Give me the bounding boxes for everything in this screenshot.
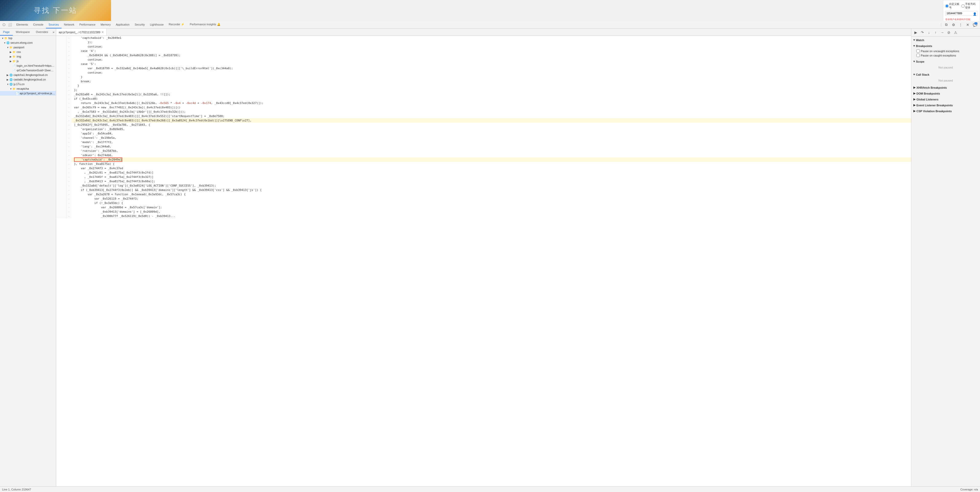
editor-tab-close[interactable]: ✕ — [101, 30, 104, 34]
line-number — [56, 175, 66, 179]
line-number — [56, 97, 66, 101]
line-code: 'model': _0x17f7f2, — [72, 140, 490, 144]
line-dash: - — [66, 75, 72, 79]
line-number — [56, 149, 66, 153]
line-number — [56, 209, 66, 214]
line-dash: - — [66, 114, 72, 118]
line-code: break; — [72, 79, 490, 83]
line-code: [_0x29562f[_0x2f5095, _0x43a786, _0x2718… — [72, 123, 490, 127]
code-container[interactable]: - 'captchaUuid': _0x2049e1- });- continu… — [56, 36, 490, 246]
tab-lighthouse[interactable]: Lighthouse — [147, 21, 166, 28]
tree-item-css[interactable]: ▶ 📁 css — [0, 50, 56, 54]
line-dash: - — [66, 127, 72, 131]
editor-tabs-bar: api.js?project_..=1702111022389 ✕ — [56, 29, 490, 36]
line-code: _0x300b77f _0x526119(_0x5d0)) - _0xb3941… — [72, 214, 490, 218]
line-code: var _0x365cf9 = new _0xc77492[(_0x243c3a… — [72, 105, 490, 110]
tab-performance-insights[interactable]: Performance insights 🔔 — [187, 21, 223, 28]
tree-item-apijs[interactable]: ▶ 📄 api.js?project_id=online.java.web — [0, 91, 56, 96]
tree-item-elong[interactable]: ▾ 🌐 secure.elong.com — [0, 40, 56, 45]
tab-sources[interactable]: Sources — [46, 21, 61, 28]
tab-application[interactable]: Application — [113, 21, 132, 28]
tree-toggle-css: ▶ — [9, 50, 12, 53]
tree-item-qrcode[interactable]: ▶ 📄 qrCode?sessionGuid=1beedb5d- — [0, 68, 56, 73]
file-icon-login: 📄 — [12, 64, 16, 67]
line-dash: - — [66, 53, 72, 58]
line-code: } — [72, 75, 490, 79]
inspect-element-button[interactable]: ⬡ — [1, 22, 6, 27]
line-number — [56, 45, 66, 49]
tree-label-top: top — [8, 37, 12, 40]
tree-item-jy17u[interactable]: ▾ 🌐 jy.17u.cn — [0, 82, 56, 86]
line-number — [56, 66, 66, 70]
sub-tab-more[interactable]: » — [51, 29, 56, 35]
line-dash: - — [66, 79, 72, 83]
tree-label-passport: passport — [14, 46, 24, 49]
tree-item-recaptcha[interactable]: ▾ 📁 recaptcha — [0, 86, 56, 91]
line-code: 'lang': _0xc344a0, — [72, 144, 490, 149]
line-number — [56, 79, 66, 83]
line-number — [56, 179, 66, 184]
line-number — [56, 192, 66, 196]
tab-performance[interactable]: Performance — [77, 21, 98, 28]
folder-icon-recaptcha: 📁 — [12, 87, 16, 91]
tab-console[interactable]: Console — [31, 21, 46, 28]
line-dash: - — [66, 144, 72, 149]
line-code: 'sdkver': 0x274db6, — [72, 153, 490, 157]
file-icon-qrcode: 📄 — [12, 69, 16, 72]
line-code: }; — [72, 88, 490, 92]
sub-tabs-bar: Page Workspace Overrides » ⋮ — [0, 29, 56, 36]
line-dash: - — [66, 162, 72, 166]
line-dash: - — [66, 62, 72, 66]
editor-tab-apijs[interactable]: api.js?project_..=1702111022389 ✕ — [56, 29, 107, 35]
code-table: - 'captchaUuid': _0x2049e1- });- continu… — [56, 36, 490, 218]
device-toolbar-button[interactable]: ⬜ — [7, 22, 13, 27]
tab-elements[interactable]: Elements — [14, 21, 31, 28]
line-code: var _0x2a2678 = function _0x1eeead(_0x3a… — [72, 192, 490, 196]
tab-memory[interactable]: Memory — [98, 21, 113, 28]
tree-toggle-top: ▾ — [1, 37, 4, 40]
tree-item-castatic[interactable]: ▶ 🌐 castatic.fengkongcloud.cn — [0, 77, 56, 82]
tree-item-img[interactable]: ▶ 📁 img — [0, 54, 56, 59]
tree-label-img: img — [17, 55, 21, 58]
sub-tab-workspace[interactable]: Workspace — [13, 29, 33, 35]
line-dash: - — [66, 188, 72, 192]
tree-item-top[interactable]: ▾ 📁 top — [0, 36, 56, 40]
line-code: var _0x526119 = _0x2744f3; — [72, 196, 490, 201]
tree-label-css: css — [17, 50, 21, 53]
tab-network[interactable]: Network — [62, 21, 77, 28]
line-code: return _0x243c3a[_0x4c37ed(0x6db)](_0x22… — [72, 101, 490, 105]
tab-recorder[interactable]: Recorder ⚡ — [166, 21, 187, 28]
tree-item-login-html[interactable]: ▶ 📄 login_cn.html?nexturll=https://ww — [0, 63, 56, 68]
line-dash: - — [66, 166, 72, 171]
line-dash: - — [66, 101, 72, 105]
line-code: if (_0x43ccd0) — [72, 97, 490, 101]
line-number — [56, 201, 66, 205]
tree-item-js[interactable]: ▶ 📁 js — [0, 59, 56, 63]
main-content: Page Workspace Overrides » ⋮ ▾ 📁 top — [0, 29, 490, 246]
tree-item-captcha1[interactable]: ▶ 🌐 captcha1.fengkongcloud.cn — [0, 73, 56, 77]
line-dash: - — [66, 205, 72, 209]
sub-tab-overrides[interactable]: Overrides — [33, 29, 51, 35]
tab-security[interactable]: Security — [132, 21, 147, 28]
line-code: var _0x818799 = _0x332a8d[_0x14bbe5[_0x4… — [72, 66, 490, 70]
line-dash: - — [66, 179, 72, 184]
line-code: continue; — [72, 45, 490, 49]
line-number — [56, 92, 66, 97]
line-dash: - — [66, 214, 72, 218]
tree-item-passport[interactable]: ▾ 📁 passport — [0, 45, 56, 50]
line-dash: - — [66, 49, 72, 53]
line-number — [56, 166, 66, 171]
editor-tab-label: api.js?project_..=1702111022389 — [59, 31, 100, 34]
preview-area: 寻找 下一站 — [0, 0, 111, 21]
line-number — [56, 188, 66, 192]
line-number — [56, 88, 66, 92]
highlight-captchauuid: 'captchaUuid': _0x2049e1 — [74, 157, 122, 162]
line-dash: - — [66, 118, 72, 123]
line-number — [56, 70, 66, 75]
tree-toggle-img: ▶ — [9, 55, 12, 58]
sub-tab-page[interactable]: Page — [0, 29, 13, 35]
line-number — [56, 196, 66, 201]
line-code: case '4': — [72, 49, 490, 53]
line-dash: - — [66, 70, 72, 75]
line-dash: - — [66, 58, 72, 62]
